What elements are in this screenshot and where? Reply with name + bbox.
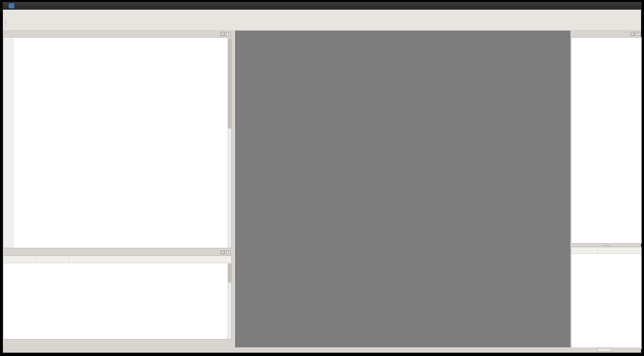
editor-scrollbar-thumb[interactable] [228, 38, 231, 129]
code-area[interactable] [14, 38, 227, 248]
toolbar [3, 17, 641, 31]
menu-bar [3, 10, 641, 17]
viewport-3d[interactable] [235, 31, 570, 349]
title-bar[interactable] [3, 2, 641, 10]
status-grip [597, 348, 612, 352]
variables-close-button[interactable]: × [226, 250, 230, 254]
app-window: × × [3, 2, 641, 353]
objects-float-button[interactable] [630, 32, 635, 36]
code-editor[interactable] [3, 37, 232, 248]
variables-table-header [3, 256, 231, 263]
variables-scrollbar-thumb[interactable] [228, 264, 231, 283]
variables-scrollbar[interactable] [227, 263, 231, 339]
line-numbers [3, 38, 13, 248]
editor-close-button[interactable]: × [226, 32, 230, 36]
variables-table [3, 256, 232, 339]
toolbar-handle[interactable] [5, 20, 7, 28]
parameter-panel [571, 247, 642, 349]
objects-panel: × [571, 31, 642, 244]
variables-panel: × [3, 249, 232, 339]
editor-scrollbar[interactable] [227, 38, 231, 248]
objects-close-button[interactable]: × [636, 32, 640, 36]
app-logo-icon [9, 3, 14, 8]
editor-float-button[interactable] [220, 32, 225, 36]
variables-float-button[interactable] [220, 250, 225, 254]
right-splitter[interactable] [571, 244, 642, 247]
status-bar [3, 347, 641, 353]
parameter-table-header [571, 247, 641, 254]
objects-tree [571, 37, 642, 244]
editor-panel: × [3, 31, 232, 248]
